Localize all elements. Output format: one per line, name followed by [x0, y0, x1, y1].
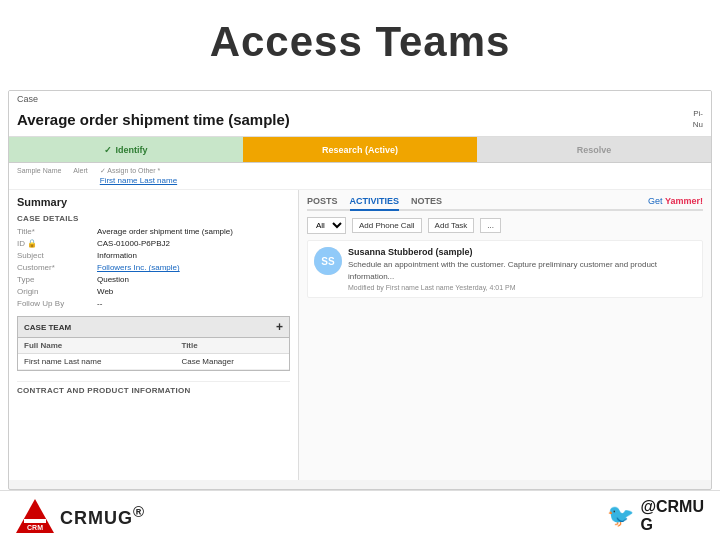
- twitter-icon: 🐦: [607, 503, 634, 529]
- page-title: Access Teams: [0, 18, 720, 66]
- top-right-badge: Pi- Nu: [693, 108, 703, 130]
- col-full-name: Full Name: [18, 338, 175, 354]
- detail-customer: Customer* Followers Inc. (sample): [17, 263, 290, 272]
- case-team-header: CASE TEAM +: [18, 317, 289, 338]
- avatar: SS: [314, 247, 342, 275]
- activity-item: SS Susanna Stubberod (sample) Schedule a…: [307, 240, 703, 297]
- case-title-bar: Average order shipment time (sample) Pi-…: [9, 104, 711, 137]
- detail-origin: Origin Web: [17, 287, 290, 296]
- add-phone-call-button[interactable]: Add Phone Call: [352, 218, 422, 233]
- detail-title: Title* Average order shipment time (samp…: [17, 227, 290, 236]
- crmug-logo: CRM CRMUG®: [16, 499, 145, 533]
- main-body: Summary CASE DETAILS Title* Average orde…: [9, 190, 711, 480]
- activity-content: Susanna Stubberod (sample) Schedule an a…: [348, 247, 696, 290]
- left-panel: Summary CASE DETAILS Title* Average orde…: [9, 190, 299, 480]
- step-resolve[interactable]: Resolve: [477, 137, 711, 162]
- svg-text:CRM: CRM: [27, 524, 43, 531]
- title-area: Access Teams: [0, 0, 720, 76]
- activity-title: Susanna Stubberod (sample): [348, 247, 696, 257]
- progress-bar: ✓Identify Research (Active) Resolve: [9, 137, 711, 163]
- bottom-bar: CRM CRMUG® 🐦 @CRMUG: [0, 490, 720, 540]
- right-tabs: POSTS ACTIVITIES NOTES Get Yammer!: [307, 196, 703, 211]
- detail-id: ID 🔒 CAS-01000-P6PBJ2: [17, 239, 290, 248]
- twitter-handle-text: @CRMUG: [640, 498, 704, 534]
- case-details-title: CASE DETAILS: [17, 214, 290, 223]
- add-task-button[interactable]: Add Task: [428, 218, 475, 233]
- tab-posts[interactable]: POSTS: [307, 196, 338, 209]
- logo-text: CRMUG®: [60, 503, 145, 529]
- field-assign: ✓ Assign to Other * First name Last name: [100, 167, 177, 185]
- case-title: Average order shipment time (sample): [17, 111, 290, 128]
- field-sample-name: Sample Name: [17, 167, 61, 185]
- more-button[interactable]: ...: [480, 218, 501, 233]
- add-team-member-button[interactable]: +: [276, 320, 283, 334]
- summary-title: Summary: [17, 196, 290, 208]
- activity-desc: Schedule an appointment with the custome…: [348, 259, 696, 281]
- detail-subject: Subject Information: [17, 251, 290, 260]
- right-panel: POSTS ACTIVITIES NOTES Get Yammer! All A…: [299, 190, 711, 480]
- tab-activities[interactable]: ACTIVITIES: [350, 196, 400, 211]
- detail-type: Type Question: [17, 275, 290, 284]
- detail-followup: Follow Up By --: [17, 299, 290, 308]
- contract-title: CONTRACT AND PRODUCT INFORMATION: [17, 386, 290, 395]
- crmug-logo-icon: CRM: [16, 499, 54, 533]
- step-identify[interactable]: ✓Identify: [9, 137, 243, 162]
- fields-row: Sample Name Alert ✓ Assign to Other * Fi…: [9, 163, 711, 190]
- activity-meta: Modified by First name Last name Yesterd…: [348, 284, 696, 291]
- field-alert: Alert: [73, 167, 87, 185]
- step-research[interactable]: Research (Active): [243, 137, 477, 162]
- contract-section: CONTRACT AND PRODUCT INFORMATION: [17, 381, 290, 395]
- tab-notes[interactable]: NOTES: [411, 196, 442, 209]
- registered-mark: ®: [133, 503, 145, 520]
- case-team-section: CASE TEAM + Full Name Title First name L…: [17, 316, 290, 371]
- team-table: Full Name Title First name Last name Cas…: [18, 338, 289, 370]
- col-title: Title: [175, 338, 289, 354]
- svg-text:SS: SS: [321, 256, 335, 267]
- case-label: Case: [9, 91, 711, 104]
- filter-dropdown[interactable]: All: [307, 217, 346, 234]
- table-row: First name Last name Case Manager: [18, 354, 289, 370]
- activities-toolbar: All Add Phone Call Add Task ...: [307, 217, 703, 234]
- twitter-handle: 🐦 @CRMUG: [607, 498, 704, 534]
- crm-container: Case Average order shipment time (sample…: [8, 90, 712, 490]
- svg-rect-4: [24, 519, 46, 523]
- yammer-link[interactable]: Get Yammer!: [648, 196, 703, 209]
